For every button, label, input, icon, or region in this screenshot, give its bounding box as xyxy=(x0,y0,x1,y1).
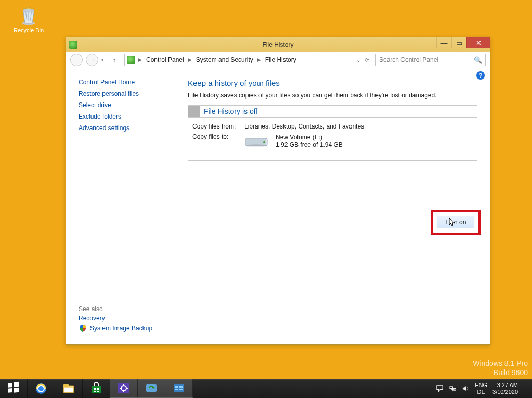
recycle-bin-label: Recycle Bin xyxy=(10,27,47,33)
breadcrumb-item[interactable]: Control Panel xyxy=(145,56,185,63)
watermark: Windows 8.1 Pro Build 9600 xyxy=(473,358,528,377)
page-heading: Keep a history of your files xyxy=(188,79,481,87)
language-indicator[interactable]: ENG DE xyxy=(475,382,487,395)
up-button[interactable]: ↑ xyxy=(110,55,119,65)
sidebar-link-advanced-settings[interactable]: Advanced settings xyxy=(79,124,183,132)
system-tray: ENG DE 3:27 AM 3/10/2020 xyxy=(431,379,532,398)
page-description: File History saves copies of your files … xyxy=(188,92,481,99)
content: ? Keep a history of your files File Hist… xyxy=(186,68,490,345)
lang-secondary: DE xyxy=(475,389,487,395)
svg-rect-17 xyxy=(97,388,99,390)
svg-rect-16 xyxy=(94,388,96,390)
status-header: File History is off xyxy=(188,106,477,118)
titlebar: File History — ▭ ✕ xyxy=(66,37,490,52)
recycle-bin[interactable]: Recycle Bin xyxy=(10,4,47,33)
clock-date: 3/10/2020 xyxy=(492,389,518,395)
status-indicator-icon xyxy=(188,106,200,117)
svg-rect-31 xyxy=(179,389,183,390)
search-placeholder: Search Control Panel xyxy=(379,56,438,63)
svg-rect-19 xyxy=(97,391,99,392)
breadcrumb-dropdown-icon[interactable]: ⌄ xyxy=(356,57,360,63)
breadcrumb-item[interactable]: File History xyxy=(264,56,297,63)
turn-on-label: Turn on xyxy=(445,219,466,226)
taskbar-ie[interactable] xyxy=(28,379,55,398)
see-also-label: See also xyxy=(79,305,183,313)
svg-rect-18 xyxy=(94,391,96,392)
svg-rect-27 xyxy=(174,384,184,392)
sidebar-link-restore[interactable]: Restore personal files xyxy=(79,90,183,97)
close-button[interactable]: ✕ xyxy=(466,37,490,48)
svg-rect-13 xyxy=(63,384,69,387)
taskbar-sync-app[interactable] xyxy=(138,379,165,398)
action-center-icon[interactable] xyxy=(436,384,444,393)
chevron-right-icon: ▶ xyxy=(255,57,263,62)
search-icon: 🔍 xyxy=(474,56,482,64)
copy-from-label: Copy files from: xyxy=(192,123,244,130)
chevron-right-icon: ▶ xyxy=(186,57,194,62)
drive-icon xyxy=(244,133,268,149)
recycle-bin-icon xyxy=(18,4,40,26)
breadcrumb-icon xyxy=(127,56,135,64)
turn-on-button[interactable]: Turn on xyxy=(437,216,474,228)
drive-space: 1.92 GB free of 1.94 GB xyxy=(276,141,343,148)
taskbar-explorer[interactable] xyxy=(55,379,83,398)
history-dropdown-icon[interactable]: ▾ xyxy=(101,57,107,62)
shield-icon xyxy=(79,324,87,332)
sidebar-link-exclude-folders[interactable]: Exclude folders xyxy=(79,113,183,120)
clock-time: 3:27 AM xyxy=(492,382,518,389)
svg-rect-15 xyxy=(92,386,101,393)
file-history-window: File History — ▭ ✕ ← → ▾ ↑ ▶ Control Pan… xyxy=(66,37,490,345)
status-title: File History is off xyxy=(200,107,257,115)
svg-rect-9 xyxy=(14,388,19,393)
search-input[interactable]: Search Control Panel 🔍 xyxy=(375,54,486,66)
refresh-icon[interactable]: ⟳ xyxy=(365,57,369,63)
svg-rect-7 xyxy=(14,382,19,387)
forward-button[interactable]: → xyxy=(86,54,98,66)
svg-rect-29 xyxy=(179,386,183,388)
taskbar-settings-app[interactable] xyxy=(110,379,138,398)
maximize-button[interactable]: ▭ xyxy=(451,37,466,48)
minimize-button[interactable]: — xyxy=(436,37,451,48)
control-panel-home-link[interactable]: Control Panel Home xyxy=(79,79,183,86)
network-icon[interactable] xyxy=(449,384,457,393)
svg-point-5 xyxy=(246,144,267,147)
watermark-line1: Windows 8.1 Pro xyxy=(473,358,528,368)
svg-point-1 xyxy=(23,9,34,12)
svg-rect-30 xyxy=(175,389,178,390)
start-button[interactable] xyxy=(0,379,28,398)
help-icon[interactable]: ? xyxy=(476,71,485,80)
svg-rect-32 xyxy=(450,386,453,388)
svg-point-4 xyxy=(263,141,265,143)
lang-primary: ENG xyxy=(475,382,487,389)
svg-rect-14 xyxy=(64,388,73,392)
turn-on-highlight: Turn on xyxy=(431,210,481,235)
see-also-system-image-backup[interactable]: System Image Backup xyxy=(90,325,152,332)
sidebar: Control Panel Home Restore personal file… xyxy=(66,68,186,345)
clock[interactable]: 3:27 AM 3/10/2020 xyxy=(492,382,521,395)
taskbar-store[interactable] xyxy=(83,379,110,398)
back-button[interactable]: ← xyxy=(70,54,83,66)
svg-rect-6 xyxy=(8,383,12,388)
navbar: ← → ▾ ↑ ▶ Control Panel ▶ System and Sec… xyxy=(66,52,490,68)
taskbar-control-panel[interactable] xyxy=(165,379,193,398)
watermark-line2: Build 9600 xyxy=(473,368,528,377)
chevron-right-icon: ▶ xyxy=(136,57,144,62)
see-also-recovery[interactable]: Recovery xyxy=(79,315,183,322)
svg-rect-28 xyxy=(175,386,178,388)
copy-from-value: Libraries, Desktop, Contacts, and Favori… xyxy=(244,123,471,130)
taskbar: ENG DE 3:27 AM 3/10/2020 xyxy=(0,379,532,398)
status-box: File History is off Copy files from: Lib… xyxy=(188,105,477,161)
breadcrumb[interactable]: ▶ Control Panel ▶ System and Security ▶ … xyxy=(124,54,372,66)
volume-icon[interactable] xyxy=(462,384,470,393)
sidebar-link-select-drive[interactable]: Select drive xyxy=(79,101,183,109)
breadcrumb-item[interactable]: System and Security xyxy=(195,56,254,63)
window-title: File History xyxy=(66,41,490,48)
svg-rect-8 xyxy=(8,388,12,393)
drive-name: New Volume (E:) xyxy=(276,134,343,141)
copy-to-label: Copy files to: xyxy=(192,133,244,149)
